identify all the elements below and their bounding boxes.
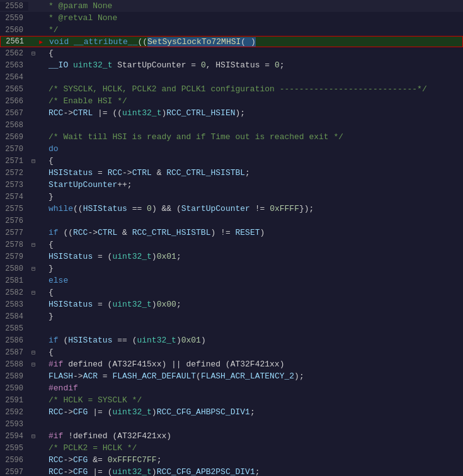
code-line: 2595 /* PCLK2 = HCLK */ bbox=[0, 442, 463, 454]
token-number: 0xFFFFC7FF bbox=[108, 455, 157, 465]
token-plain: & bbox=[117, 228, 132, 237]
code-line: 2570 do bbox=[0, 143, 463, 155]
token-macro: CTRL bbox=[73, 108, 93, 118]
token-kw2: #if bbox=[49, 431, 63, 441]
code-content: { bbox=[46, 240, 463, 249]
token-plain: != bbox=[250, 204, 270, 213]
line-number: 2575 bbox=[0, 205, 28, 213]
line-number: 2571 bbox=[0, 157, 28, 166]
token-number: 0x01 bbox=[157, 252, 176, 261]
line-number: 2559 bbox=[0, 14, 28, 23]
code-line: 2580⊟ } bbox=[0, 263, 463, 275]
token-macro: RESET bbox=[236, 228, 260, 237]
token-macro: StartUpCounter bbox=[181, 204, 250, 213]
line-number: 2574 bbox=[0, 193, 28, 201]
token-bracket-hl: ( bbox=[241, 37, 246, 47]
token-plain: |= ( bbox=[88, 467, 112, 476]
token-kw: do bbox=[49, 144, 59, 154]
code-content: RCC->CTRL |= ((uint32_t)RCC_CTRL_HSIEN); bbox=[46, 108, 463, 118]
token-macro: CTRL bbox=[132, 168, 152, 178]
code-line: 2589 FLASH->ACR = FLASH_ACR_DEFAULT(FLAS… bbox=[0, 370, 463, 382]
fold-icon[interactable]: ⊟ bbox=[28, 50, 38, 57]
token-plain: ; bbox=[250, 407, 255, 417]
token-arrow: -> bbox=[63, 407, 73, 417]
line-number: 2590 bbox=[0, 384, 28, 393]
token-plain: ; bbox=[176, 252, 181, 261]
fold-icon[interactable]: ⊟ bbox=[28, 349, 38, 356]
fold-icon[interactable]: ⊟ bbox=[28, 361, 38, 368]
token-plain: ) bbox=[152, 300, 157, 309]
code-content: #if defined (AT32F415xx) || defined (AT3… bbox=[46, 360, 463, 369]
token-plain: (( bbox=[137, 37, 147, 47]
token-type: uint32_t bbox=[112, 407, 151, 417]
line-number: 2586 bbox=[0, 336, 28, 345]
fold-icon[interactable]: ⊟ bbox=[28, 265, 38, 273]
code-content: /* SYSCLK, HCLK, PCLK2 and PCLK1 configu… bbox=[46, 84, 463, 94]
line-number: 2593 bbox=[0, 420, 28, 429]
line-number: 2560 bbox=[0, 26, 28, 35]
code-content: __IO uint32_t StartUpCounter = 0, HSISta… bbox=[46, 60, 463, 70]
token-macro: RCC_CTRL_HSISTBL bbox=[166, 168, 245, 178]
code-content: } bbox=[46, 264, 463, 273]
code-line: 2569 /* Wait till HSI is ready and if Ti… bbox=[0, 131, 463, 143]
token-plain: ; bbox=[157, 455, 162, 465]
token-plain: { bbox=[49, 48, 54, 58]
token-plain: ( bbox=[59, 336, 69, 345]
code-line: 2583 HSIStatus = (uint32_t)0x00; bbox=[0, 298, 463, 310]
code-content: HSIStatus = (uint32_t)0x01; bbox=[46, 252, 463, 261]
fold-icon[interactable]: ⊟ bbox=[28, 157, 38, 165]
token-plain: &= bbox=[88, 455, 107, 465]
code-content: * @retval None bbox=[46, 13, 463, 23]
token-plain: { bbox=[49, 348, 54, 357]
line-number: 2583 bbox=[0, 300, 28, 309]
token-plain: , HSIStatus = bbox=[206, 60, 275, 70]
token-comment: * @param None bbox=[49, 1, 112, 11]
code-line: 2561 ►void __attribute__((SetSysClockTo7… bbox=[0, 36, 463, 47]
line-number: 2558 bbox=[0, 2, 28, 11]
code-line: 2568 bbox=[0, 119, 463, 131]
code-line: 2573 StartUpCounter++; bbox=[0, 179, 463, 191]
token-macro: RCC bbox=[49, 467, 63, 476]
code-content: RCC->CFG &= 0xFFFFC7FF; bbox=[46, 455, 463, 465]
token-plain: ++; bbox=[117, 180, 132, 190]
token-plain: ) bbox=[152, 407, 157, 417]
code-line: 2577 if ((RCC->CTRL & RCC_CTRL_HSISTBL) … bbox=[0, 227, 463, 239]
token-arrow: -> bbox=[63, 108, 73, 118]
code-content: */ bbox=[46, 25, 463, 35]
code-content: } bbox=[46, 192, 463, 201]
line-number: 2566 bbox=[0, 97, 28, 106]
code-line: 2588⊟#if defined (AT32F415xx) || defined… bbox=[0, 358, 463, 370]
token-plain: & bbox=[152, 168, 166, 178]
code-line: 2596 RCC->CFG &= 0xFFFFC7FF; bbox=[0, 454, 463, 466]
token-comment: /* PCLK2 = HCLK */ bbox=[49, 443, 137, 453]
line-number: 2561 bbox=[1, 37, 29, 46]
token-param-hl bbox=[246, 37, 251, 47]
line-number: 2577 bbox=[0, 229, 28, 237]
line-number: 2573 bbox=[0, 181, 28, 190]
token-arrow: -> bbox=[73, 371, 83, 381]
code-line: 2565 /* SYSCLK, HCLK, PCLK2 and PCLK1 co… bbox=[0, 83, 463, 95]
code-content: if ((RCC->CTRL & RCC_CTRL_HSISTBL) != RE… bbox=[46, 228, 463, 237]
code-line: 2587⊟ { bbox=[0, 346, 463, 358]
token-plain: ; bbox=[176, 300, 181, 309]
code-content: RCC->CFG |= (uint32_t)RCC_CFG_AHBPSC_DIV… bbox=[46, 407, 463, 417]
token-macro: RCC bbox=[49, 108, 63, 118]
token-type: uint32_t bbox=[122, 108, 161, 118]
fold-icon[interactable]: ⊟ bbox=[28, 289, 38, 297]
token-plain: ; bbox=[245, 168, 250, 178]
token-macro: __IO bbox=[49, 60, 68, 70]
token-plain: ) bbox=[201, 336, 206, 345]
code-content: /* Enable HSI */ bbox=[46, 96, 463, 106]
token-kw: if bbox=[49, 336, 59, 345]
code-line: 2566 /* Enable HSI */ bbox=[0, 95, 463, 107]
fold-icon[interactable]: ⊟ bbox=[28, 241, 38, 249]
code-line: 2590 #endif bbox=[0, 382, 463, 394]
fold-icon[interactable]: ⊟ bbox=[28, 433, 38, 440]
token-plain: ; bbox=[255, 467, 260, 476]
line-number: 2563 bbox=[0, 61, 28, 70]
token-plain: ) != bbox=[210, 228, 235, 237]
code-line: 2579 HSIStatus = (uint32_t)0x01; bbox=[0, 251, 463, 263]
token-arrow: -> bbox=[63, 467, 73, 476]
line-number: 2587 bbox=[0, 348, 28, 357]
token-plain: } bbox=[49, 264, 54, 273]
